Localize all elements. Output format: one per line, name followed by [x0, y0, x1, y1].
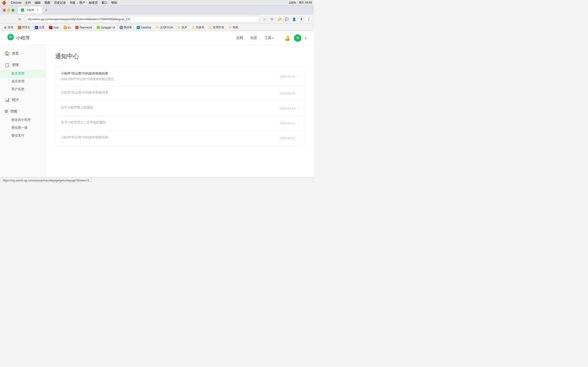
chevron-right-icon-1: ›	[298, 75, 299, 78]
forward-button[interactable]: ›	[9, 16, 16, 23]
lastpass-icon[interactable]: 🔑	[276, 16, 283, 23]
bookmark-aliyun[interactable]: A 阿里云	[16, 25, 32, 30]
back-button[interactable]: ‹	[2, 16, 8, 23]
bookmark-shuju[interactable]: D 数据集	[118, 25, 134, 30]
notif-date-1: 2020-05-21	[280, 75, 295, 78]
aliyun-icon: A	[18, 26, 21, 29]
user-avatar[interactable]: 商	[294, 34, 301, 42]
app-header-nav: 文档 社区 工具 ▾ 🔔 商 ▾	[236, 34, 306, 42]
page-content: 小程序 文档 社区 工具 ▾ 🔔 商 ▾ 🏠 首页	[0, 31, 314, 177]
battery-status: 100%	[289, 1, 296, 4]
sidebar-item-member[interactable]: 成员管理	[0, 77, 46, 85]
sidebar-nearby-label: 附近的小程序	[11, 118, 31, 122]
sidebar-item-wechat-search[interactable]: 微信搜一搜	[0, 124, 46, 132]
notification-item-4[interactable]: 关于小程序进入二次审核的通知 2020-04-11 ›	[55, 116, 304, 131]
nav-docs[interactable]: 文档	[236, 36, 243, 40]
menu-history[interactable]: 历史记录	[54, 1, 66, 5]
minimize-window-button[interactable]	[7, 9, 10, 12]
folder-icon: 📁	[156, 26, 159, 29]
menu-file[interactable]: 文件	[25, 1, 31, 5]
notif-title-3: 关于小程序预上线通知	[61, 106, 280, 110]
close-window-button[interactable]	[3, 9, 6, 12]
menu-help[interactable]: 帮助	[111, 1, 117, 5]
notif-date-3: 2020-04-18	[280, 107, 295, 110]
profile-icon[interactable]: 👤	[291, 16, 297, 23]
sidebar-home-label: 首页	[12, 51, 19, 56]
nav-tools-label: 工具	[265, 36, 271, 40]
bookmark-ecommerce[interactable]: 📁 电商	[227, 25, 240, 30]
notif-desc-1: 你的小程序"尚云商"代码发布审核已通过。	[61, 77, 280, 81]
address-bar[interactable]: mp.weixin.qq.com/wxopen/wasysnotify?acti…	[25, 16, 259, 23]
bookmark-datasky[interactable]: D DataSky	[135, 25, 153, 30]
bookmark-tech[interactable]: 📁 技术	[176, 25, 189, 30]
bookmark-media[interactable]: 📁 自媒体	[190, 25, 206, 30]
menu-window[interactable]: 窗口	[102, 1, 107, 5]
bookmark-shuju-label: 数据集	[124, 25, 132, 29]
apple-menu[interactable]: 🍎	[2, 1, 6, 5]
nav-community[interactable]: 社区	[250, 36, 257, 40]
bookmark-star-icon[interactable]: ☆	[261, 16, 268, 23]
sidebar-stats-header[interactable]: 📊 统计	[0, 95, 46, 105]
sidebar-section-home: 🏠 首页	[0, 49, 46, 58]
maximize-window-button[interactable]	[11, 9, 15, 12]
sidebar-item-nearby[interactable]: 附近的小程序	[0, 116, 46, 124]
menu-bookmarks[interactable]: 书签	[69, 1, 76, 5]
notification-item-3[interactable]: 关于小程序预上线通知 2020-04-18 ›	[55, 101, 304, 116]
wechat-icon[interactable]: 💬	[284, 16, 290, 23]
sidebar-features-label: 功能	[10, 109, 17, 114]
notification-item-2[interactable]: 小程序"尚云商"代码发布审核结果 2020-04-26 ›	[55, 86, 304, 101]
reload-button[interactable]: ↻	[17, 16, 23, 23]
extensions-icon[interactable]: ⋮	[305, 16, 312, 23]
chrome-titlebar: ✿ 小程序 ✕ +	[0, 6, 314, 15]
menu-edit[interactable]: 编辑	[35, 1, 41, 5]
notification-bell-icon[interactable]: 🔔	[285, 35, 290, 41]
bookmark-csdn[interactable]: C csdn	[47, 25, 61, 30]
notification-item-5[interactable]: 小程序"尚云商"代码发布审核结果 2020-04-11 ›	[55, 131, 304, 145]
sidebar-item-home[interactable]: 🏠 首页	[0, 49, 46, 58]
update-icon[interactable]: ⬆	[298, 16, 304, 23]
es-icon: e	[64, 26, 67, 29]
bookmark-es[interactable]: e es	[62, 25, 73, 30]
menu-chrome[interactable]: Chrome	[11, 1, 21, 4]
bookmark-appmarket[interactable]: 📁 应用市场	[207, 25, 226, 30]
bookmark-datasky-label: DataSky	[141, 26, 151, 29]
tab-close-button[interactable]: ✕	[36, 8, 39, 12]
header-dropdown-icon[interactable]: ▾	[305, 36, 306, 40]
new-tab-button[interactable]: +	[43, 7, 49, 13]
status-bar: https://mp.weixin.qq.com/wxamp/wacodepag…	[0, 177, 314, 184]
tab-title: 小程序	[26, 8, 34, 12]
menubar-right: 100% 周六 10:43	[289, 1, 312, 5]
bookmark-apps[interactable]: ⊞ 应用	[2, 25, 15, 30]
notif-title-5: 小程序"尚云商"代码发布审核结果	[61, 135, 280, 140]
bookmarks-bar: ⊞ 应用 A 阿里云 B 百度 C csdn e es T Teamwork S…	[0, 24, 314, 31]
menu-view[interactable]: 视图	[44, 1, 50, 5]
app-logo[interactable]: 小程序	[7, 34, 30, 42]
sidebar-section-management: 📋 管理 版本管理 成员管理 用户反馈	[0, 60, 46, 93]
bookmark-teamwork[interactable]: T Teamwork	[73, 25, 94, 30]
sidebar-stats-label: 统计	[12, 98, 19, 102]
teamwork-icon: T	[75, 26, 78, 29]
bookmark-swagger[interactable]: S Swagger UI	[95, 25, 117, 30]
browser-tab-miniprogram[interactable]: ✿ 小程序 ✕	[18, 7, 42, 14]
bookmark-baidu[interactable]: B 百度	[33, 25, 46, 30]
bookmark-csdn-label: csdn	[53, 26, 59, 29]
chevron-right-icon-3: ›	[298, 107, 299, 110]
menu-user[interactable]: 用户	[79, 1, 85, 5]
sidebar-item-feedback[interactable]: 用户反馈	[0, 85, 46, 93]
bookmark-jusfoun[interactable]: 📁 JUSFOUN	[154, 25, 175, 30]
adblock-icon[interactable]: 🛡	[269, 16, 275, 23]
nav-tools[interactable]: 工具 ▾	[265, 36, 274, 40]
shuju-icon: D	[120, 26, 123, 29]
sidebar-item-wechat-pay[interactable]: 微信支付	[0, 132, 46, 140]
notification-item-1[interactable]: 小程序"尚云商"代码发布审核结果 你的小程序"尚云商"代码发布审核已通过。 20…	[55, 67, 304, 86]
menu-tabs[interactable]: 标签页	[89, 1, 98, 5]
sidebar-version-label: 版本管理	[11, 72, 24, 75]
sidebar-section-stats: 📊 统计	[0, 95, 46, 105]
notif-left-2: 小程序"尚云商"代码发布审核结果	[61, 91, 280, 96]
notif-left-1: 小程序"尚云商"代码发布审核结果 你的小程序"尚云商"代码发布审核已通过。	[61, 72, 280, 81]
sidebar-management-header[interactable]: 📋 管理	[0, 60, 46, 70]
bookmark-media-label: 自媒体	[196, 25, 204, 29]
sidebar-item-version[interactable]: 版本管理	[0, 70, 46, 77]
tab-bar: ✿ 小程序 ✕ +	[18, 7, 49, 14]
sidebar-features-header[interactable]: ⊞ 功能	[0, 106, 46, 116]
